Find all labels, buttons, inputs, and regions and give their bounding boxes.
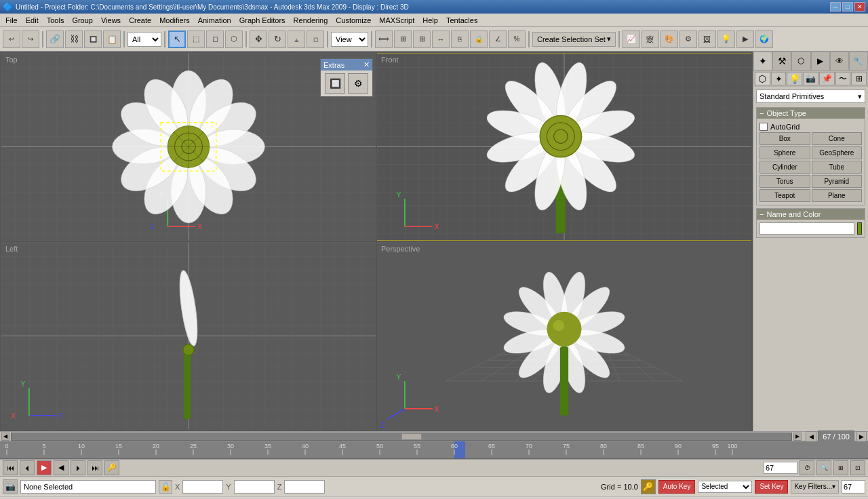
select-link-button[interactable]: 🔗	[46, 31, 64, 48]
select-lasso-button[interactable]: ⬡	[225, 31, 243, 48]
create-selection-set-button[interactable]: Create Selection Set ▾	[532, 32, 616, 47]
subtab-helpers[interactable]: 📌	[819, 72, 835, 85]
menu-edit[interactable]: Edit	[22, 15, 43, 26]
undo-button[interactable]: ↩	[3, 31, 20, 48]
name-color-collapse-icon[interactable]: −	[760, 210, 764, 218]
select-window-button[interactable]: ◻	[206, 31, 224, 48]
name-input-field[interactable]	[760, 222, 854, 235]
prev-frame-button[interactable]: ⏴	[20, 460, 35, 475]
next-frame-button[interactable]: ⏵	[71, 460, 85, 475]
timeline-ticks[interactable]: 0 5 10 15 20 25 30 35 40 45 50	[0, 441, 868, 459]
autogrid-checkbox[interactable]	[760, 123, 768, 131]
rotate-button[interactable]: ↻	[269, 31, 286, 48]
play-button[interactable]: ▶	[37, 460, 52, 475]
redo-button[interactable]: ↪	[22, 31, 39, 48]
close-button[interactable]: ✕	[854, 2, 865, 12]
obj-btn-geosphere[interactable]: GeoSphere	[812, 146, 863, 159]
clone-button[interactable]: ⎘	[451, 31, 469, 48]
extras-close-button[interactable]: ✕	[363, 60, 370, 69]
obj-btn-box[interactable]: Box	[760, 132, 810, 145]
key-mode-button[interactable]: 🔑	[104, 460, 119, 475]
subtab-lights[interactable]: 💡	[787, 72, 802, 85]
spacing-button[interactable]: ↔	[432, 31, 450, 48]
frame-number-input[interactable]	[842, 480, 865, 494]
obj-btn-teapot[interactable]: Teapot	[760, 189, 810, 202]
mirror-button[interactable]: ⟺	[375, 31, 393, 48]
timeline-thumb[interactable]	[401, 433, 422, 440]
obj-btn-cone[interactable]: Cone	[812, 132, 863, 145]
subtab-shapes[interactable]: ✦	[771, 72, 787, 85]
array-button[interactable]: ⊞	[413, 31, 431, 48]
snap-button[interactable]: 🔒	[470, 31, 488, 48]
go-end-button[interactable]: ⏭	[87, 460, 102, 475]
maximize-button[interactable]: □	[842, 2, 853, 12]
render-button[interactable]: 🖼	[698, 31, 716, 48]
color-swatch[interactable]	[857, 222, 862, 235]
subtab-systems[interactable]: ⊞	[851, 72, 867, 85]
move-button[interactable]: ✥	[250, 31, 267, 48]
schematic-view-button[interactable]: 🕸	[642, 31, 659, 48]
minimize-button[interactable]: ─	[830, 2, 841, 12]
menu-maxscript[interactable]: MAXScript	[375, 15, 418, 26]
titlebar-controls[interactable]: ─ □ ✕	[830, 2, 865, 12]
zoom-time-button[interactable]: 🔍	[816, 460, 831, 475]
menu-rendering[interactable]: Rendering	[290, 15, 332, 26]
object-type-collapse-icon[interactable]: −	[760, 109, 764, 117]
viewport-top[interactable]: Top X Y Z	[1, 53, 376, 241]
coord-y-input[interactable]	[234, 480, 275, 494]
key-filters-button[interactable]: Key Filters... ▾	[791, 480, 839, 494]
render-setup-button[interactable]: ⚙	[679, 31, 697, 48]
zoom-selected-button[interactable]: ⊞	[833, 460, 848, 475]
menu-customize[interactable]: Customize	[332, 15, 375, 26]
timeline-track[interactable]	[11, 433, 792, 441]
go-start-button[interactable]: ⏮	[3, 460, 18, 475]
obj-btn-cylinder[interactable]: Cylinder	[760, 161, 810, 174]
auto-key-button[interactable]: Auto Key	[658, 480, 696, 494]
time-field[interactable]	[764, 462, 797, 474]
filter-dropdown[interactable]: All	[127, 32, 161, 47]
viewport-left[interactable]: Left Z Y X	[1, 242, 376, 430]
obj-btn-torus[interactable]: Torus	[760, 175, 810, 188]
panel-tab-create[interactable]: ✦	[753, 52, 772, 71]
menu-animation[interactable]: Animation	[194, 15, 235, 26]
primitives-dropdown[interactable]: Standard Primitives ▾	[756, 89, 865, 103]
extras-popup[interactable]: Extras ✕ 🔲 ⚙	[320, 58, 373, 97]
subtab-cameras[interactable]: 📷	[803, 72, 818, 85]
timeline-scroll-left[interactable]: ◀	[1, 433, 9, 441]
extras-icon-1[interactable]: 🔲	[325, 73, 345, 94]
selected-dropdown[interactable]: Selected	[698, 481, 752, 493]
uniform-scale-button[interactable]: ◻	[307, 31, 324, 48]
subtab-geometry[interactable]: ⬡	[755, 72, 770, 85]
viewport-perspective[interactable]: Perspective	[377, 242, 751, 430]
set-key-button[interactable]: Set Key	[755, 480, 788, 494]
select-object-button[interactable]: ↖	[168, 31, 186, 48]
menu-graph-editors[interactable]: Graph Editors	[235, 15, 290, 26]
obj-btn-tube[interactable]: Tube	[812, 161, 863, 174]
material-editor-button[interactable]: 🎨	[660, 31, 678, 48]
panel-tab-motion[interactable]: ▶	[811, 52, 830, 71]
select-by-name-button[interactable]: 📋	[103, 31, 121, 48]
menu-modifiers[interactable]: Modifiers	[155, 15, 194, 26]
viewport-front[interactable]: Front X Y	[377, 53, 751, 241]
menu-tools[interactable]: Tools	[43, 15, 68, 26]
obj-btn-sphere[interactable]: Sphere	[760, 146, 810, 159]
menu-views[interactable]: Views	[97, 15, 125, 26]
obj-btn-pyramid[interactable]: Pyramid	[812, 175, 863, 188]
menu-help[interactable]: Help	[418, 15, 442, 26]
bind-to-space-button[interactable]: 🔲	[84, 31, 102, 48]
align-button[interactable]: ⊞	[394, 31, 412, 48]
zoom-all-button[interactable]: ⊡	[850, 460, 865, 475]
scale-button[interactable]: ⟁	[288, 31, 305, 48]
viewport-icon[interactable]: 📷	[3, 479, 18, 494]
percent-snap-button[interactable]: %	[508, 31, 526, 48]
coord-z-input[interactable]	[284, 480, 325, 494]
panel-tab-display[interactable]: 👁	[830, 52, 849, 71]
view-dropdown[interactable]: View	[331, 32, 368, 47]
select-region-button[interactable]: ⬚	[187, 31, 205, 48]
panel-tab-utilities[interactable]: 🔧	[849, 52, 868, 71]
menu-tentacles[interactable]: Tentacles	[442, 15, 481, 26]
curve-editor-button[interactable]: 📈	[623, 31, 640, 48]
menu-create[interactable]: Create	[125, 15, 155, 26]
obj-btn-plane[interactable]: Plane	[812, 189, 863, 202]
unlink-button[interactable]: ⛓	[65, 31, 83, 48]
